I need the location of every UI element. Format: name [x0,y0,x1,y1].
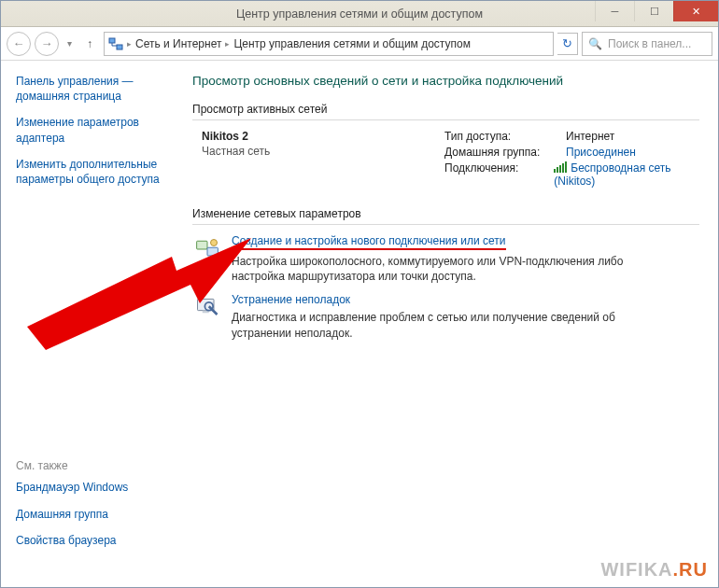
sidebar-link-home[interactable]: Панель управления — домашняя страница [16,74,174,104]
network-name: Nikitos 2 [202,130,426,143]
up-button[interactable]: ↑ [79,34,100,54]
arrow-up-icon: ↑ [87,37,92,50]
network-icon [108,36,123,51]
page-heading: Просмотр основных сведений о сети и наст… [192,74,699,88]
svg-rect-1 [117,45,122,49]
arrow-right-icon: → [41,36,53,50]
chevron-right-icon: ▸ [225,39,230,49]
access-type-label: Тип доступа: [444,130,566,143]
search-input[interactable]: 🔍 Поиск в панел... [582,32,712,56]
window-controls: ─ ☐ ✕ [595,1,718,21]
content-body: Панель управления — домашняя страница Из… [1,61,718,587]
network-identity: Nikitos 2 Частная сеть [192,130,426,190]
back-button[interactable]: ← [7,32,31,56]
sidebar-link-sharing[interactable]: Изменить дополнительные параметры общего… [16,157,174,187]
svg-rect-0 [109,38,115,43]
chevron-right-icon: ▸ [127,39,132,49]
history-dropdown[interactable]: ▾ [63,38,76,49]
wifi-signal-icon [554,161,567,173]
troubleshoot-desc: Диагностика и исправление проблем с сеть… [232,310,633,340]
svg-rect-2 [197,241,207,249]
titlebar: Центр управления сетями и общим доступом… [1,1,718,27]
forward-button[interactable]: → [35,32,59,56]
active-networks-title: Просмотр активных сетей [192,103,699,116]
network-details: Тип доступа: Интернет Домашняя группа: П… [444,130,699,190]
see-also-label: См. также [16,459,174,472]
connections-label: Подключения: [444,161,554,188]
minimize-button[interactable]: ─ [595,1,634,21]
network-type: Частная сеть [202,145,426,158]
main-panel: Просмотр основных сведений о сети и наст… [183,61,718,587]
troubleshoot-link[interactable]: Устранение неполадок [232,293,350,306]
homegroup-label: Домашняя группа: [444,146,566,159]
search-icon: 🔍 [588,37,602,50]
sidebar-link-browser[interactable]: Свойства браузера [16,533,174,548]
sidebar-link-adapter[interactable]: Изменение параметров адаптера [16,115,174,145]
window: Центр управления сетями и общим доступом… [0,0,719,588]
sidebar: Панель управления — домашняя страница Из… [1,61,183,587]
troubleshoot-item: Устранение неполадок Диагностика и испра… [192,293,699,340]
sidebar-link-homegroup[interactable]: Домашняя группа [16,507,174,522]
divider [192,119,699,120]
watermark: WIFIKA.RU [600,559,708,581]
setup-connection-desc: Настройка широкополосного, коммутируемог… [232,254,633,284]
arrow-left-icon: ← [13,36,25,50]
address-bar[interactable]: ▸ Сеть и Интернет ▸ Центр управления сет… [104,32,554,56]
sidebar-link-firewall[interactable]: Брандмауэр Windows [16,480,174,495]
navbar: ← → ▾ ↑ ▸ Сеть и Интернет ▸ Центр управл… [1,27,718,61]
active-network-block: Nikitos 2 Частная сеть Тип доступа: Инте… [192,130,699,190]
setup-connection-item: Создание и настройка нового подключения … [192,234,699,284]
connection-link[interactable]: Беспроводная сеть (Nikitos) [554,161,670,188]
homegroup-link[interactable]: Присоединен [566,146,636,159]
maximize-button[interactable]: ☐ [634,1,673,21]
sidebar-bottom: См. также Брандмауэр Windows Домашняя гр… [16,459,174,578]
setup-connection-icon [192,234,222,264]
change-settings-block: Изменение сетевых параметров Создание и … [192,207,699,341]
close-button[interactable]: ✕ [673,1,718,21]
svg-point-4 [211,240,218,246]
troubleshoot-icon [192,293,222,323]
search-placeholder: Поиск в панел... [608,37,691,50]
breadcrumb-item[interactable]: Центр управления сетями и общим доступом [233,37,471,50]
svg-rect-3 [207,247,218,256]
access-type-value: Интернет [566,130,614,143]
breadcrumb-item[interactable]: Сеть и Интернет [135,37,221,50]
change-settings-title: Изменение сетевых параметров [192,207,699,220]
refresh-icon: ↻ [562,36,572,50]
divider [192,224,699,225]
setup-connection-link[interactable]: Создание и настройка нового подключения … [232,234,506,247]
refresh-button[interactable]: ↻ [557,33,578,55]
